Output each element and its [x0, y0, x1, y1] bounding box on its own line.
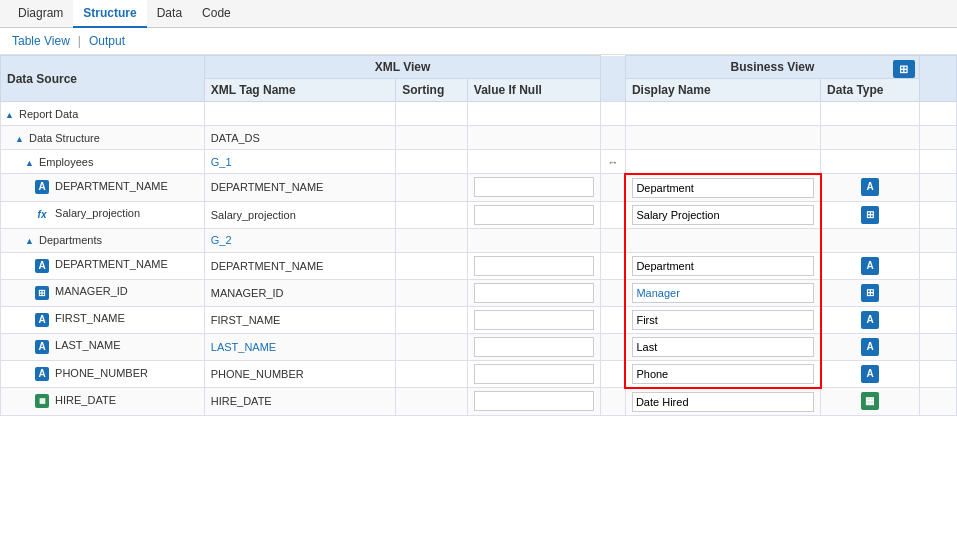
- datatype-icon-hash: ⊞: [861, 206, 879, 224]
- datatype-icon-a: A: [861, 365, 879, 383]
- sorting-cell: [396, 174, 468, 202]
- display-cell: [625, 150, 820, 174]
- sorting-cell: [396, 126, 468, 150]
- display-name-input[interactable]: [632, 337, 813, 357]
- row-label: HIRE_DATE: [55, 394, 116, 406]
- bv-label: Business View: [730, 60, 814, 74]
- datasource-cell: A PHONE_NUMBER: [1, 360, 205, 388]
- valuenull-input[interactable]: [474, 364, 594, 384]
- collapse-icon[interactable]: ▲: [25, 158, 34, 168]
- row-label: LAST_NAME: [55, 339, 120, 351]
- datasource-cell: ▲ Departments: [1, 228, 205, 252]
- field-icon-a: A: [35, 180, 49, 194]
- display-cell[interactable]: [625, 201, 820, 228]
- sorting-cell: [396, 388, 468, 416]
- display-name-input[interactable]: [632, 178, 813, 198]
- datatype-icon-hash: ⊞: [861, 284, 879, 302]
- datasource-cell: fx Salary_projection: [1, 201, 205, 228]
- extra-cell: [919, 333, 956, 360]
- valuenull-cell: [467, 252, 600, 279]
- display-cell: [625, 126, 820, 150]
- tab-diagram[interactable]: Diagram: [8, 0, 73, 28]
- sub-tab-output[interactable]: Output: [85, 32, 129, 50]
- group-header-row: Data Source XML View Business View ⊞: [1, 56, 957, 79]
- display-cell[interactable]: [625, 279, 820, 306]
- valuenull-cell: [467, 126, 600, 150]
- resize-cell: [601, 333, 626, 360]
- sub-tab-sep: |: [74, 34, 85, 48]
- extra-cell: [919, 360, 956, 388]
- valuenull-input[interactable]: [474, 283, 594, 303]
- resize-cell: ↔: [601, 150, 626, 174]
- display-name-input[interactable]: [632, 310, 813, 330]
- datasource-cell: ▦ HIRE_DATE: [1, 388, 205, 416]
- display-name-input[interactable]: [632, 283, 813, 303]
- row-label: DEPARTMENT_NAME: [55, 258, 168, 270]
- display-cell[interactable]: [625, 360, 820, 388]
- table-row: A PHONE_NUMBER PHONE_NUMBER A: [1, 360, 957, 388]
- sorting-cell: [396, 279, 468, 306]
- table-row: ⊞ MANAGER_ID MANAGER_ID ⊞: [1, 279, 957, 306]
- display-name-input[interactable]: [632, 256, 813, 276]
- extra-cell: [919, 228, 956, 252]
- datatype-cell: A: [821, 333, 920, 360]
- datatype-cell: A: [821, 174, 920, 202]
- datatype-cell: A: [821, 252, 920, 279]
- resize-cell: [601, 126, 626, 150]
- table-row: A DEPARTMENT_NAME DEPARTMENT_NAME A: [1, 174, 957, 202]
- xml-tag-cell: HIRE_DATE: [204, 388, 395, 416]
- table-row: A DEPARTMENT_NAME DEPARTMENT_NAME A: [1, 252, 957, 279]
- row-label: Data Structure: [29, 132, 100, 144]
- extra-cell: [919, 102, 956, 126]
- datasource-cell: A DEPARTMENT_NAME: [1, 252, 205, 279]
- collapse-icon[interactable]: ▲: [25, 236, 34, 246]
- valuenull-input[interactable]: [474, 310, 594, 330]
- extra-cell: [919, 126, 956, 150]
- table-row: ▲ Departments G_2: [1, 228, 957, 252]
- valuenull-cell: [467, 150, 600, 174]
- bv-icon-button[interactable]: ⊞: [893, 60, 915, 78]
- sorting-cell: [396, 306, 468, 333]
- top-tabs: Diagram Structure Data Code: [0, 0, 957, 28]
- valuenull-input[interactable]: [474, 391, 594, 411]
- display-cell[interactable]: [625, 388, 820, 416]
- sorting-cell: [396, 102, 468, 126]
- display-cell[interactable]: [625, 252, 820, 279]
- display-name-input[interactable]: [632, 364, 813, 384]
- display-cell[interactable]: [625, 306, 820, 333]
- table-row: A FIRST_NAME FIRST_NAME A: [1, 306, 957, 333]
- col-header-displayname: Display Name: [625, 79, 820, 102]
- datasource-cell: ▲ Employees: [1, 150, 205, 174]
- row-label: MANAGER_ID: [55, 285, 128, 297]
- valuenull-input[interactable]: [474, 337, 594, 357]
- display-cell[interactable]: [625, 174, 820, 202]
- display-name-input[interactable]: [632, 205, 813, 225]
- tab-data[interactable]: Data: [147, 0, 192, 28]
- valuenull-input[interactable]: [474, 256, 594, 276]
- collapse-icon[interactable]: ▲: [5, 110, 14, 120]
- datatype-cell: A: [821, 360, 920, 388]
- display-cell: [625, 102, 820, 126]
- resize-cell: [601, 174, 626, 202]
- datasource-cell: A FIRST_NAME: [1, 306, 205, 333]
- valuenull-cell: [467, 388, 600, 416]
- field-icon-a: A: [35, 340, 49, 354]
- extra-cell: [919, 306, 956, 333]
- field-icon-a: A: [35, 367, 49, 381]
- tab-structure[interactable]: Structure: [73, 0, 146, 28]
- valuenull-cell: [467, 228, 600, 252]
- collapse-icon[interactable]: ▲: [15, 134, 24, 144]
- datasource-cell: A LAST_NAME: [1, 333, 205, 360]
- display-cell: [625, 228, 820, 252]
- display-name-input[interactable]: [632, 392, 814, 412]
- valuenull-input[interactable]: [474, 177, 594, 197]
- col-header-xmltag: XML Tag Name: [204, 79, 395, 102]
- datatype-cell: ▦: [821, 388, 920, 416]
- display-cell[interactable]: [625, 333, 820, 360]
- tab-code[interactable]: Code: [192, 0, 241, 28]
- sub-tab-tableview[interactable]: Table View: [8, 32, 74, 50]
- field-icon-a: A: [35, 259, 49, 273]
- xml-tag-cell: G_1: [204, 150, 395, 174]
- field-icon-date: ▦: [35, 394, 49, 408]
- valuenull-input[interactable]: [474, 205, 594, 225]
